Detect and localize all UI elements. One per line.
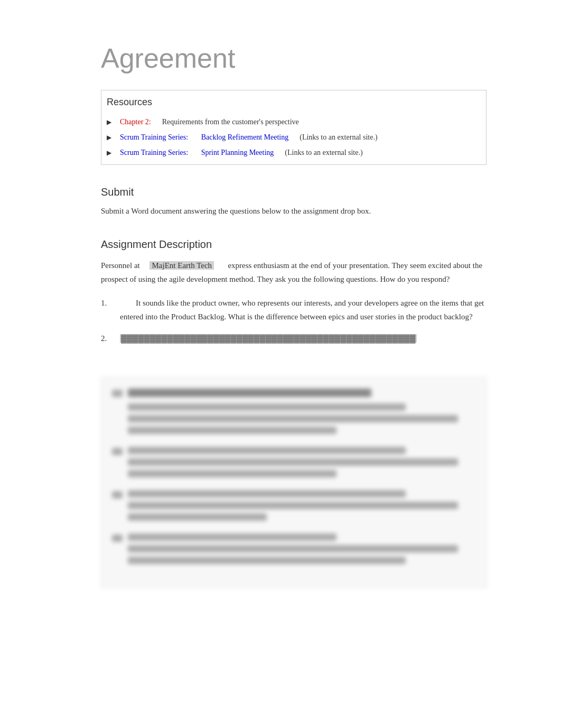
assignment-list: 1. It sounds like the product owner, who… (101, 297, 487, 346)
sprint-planning-link[interactable]: Sprint Planning Meeting (201, 149, 274, 156)
page-title: Agreement (101, 42, 487, 74)
blurred-line-7 (128, 490, 406, 497)
external-site-2: (Links to an external site.) (276, 149, 363, 156)
resource-spacer-1 (190, 133, 200, 141)
bullet-icon-3: ▶ (107, 148, 111, 158)
resource-item-1: ▶ Chapter 2: Requirements from the custo… (107, 116, 478, 127)
blurred-line-4 (128, 447, 406, 454)
list-content-1: It sounds like the product owner, who re… (120, 297, 487, 324)
blurred-row-2 (112, 447, 475, 482)
blurred-block-3 (128, 490, 475, 525)
resource-item-3: ▶ Scrum Training Series: Sprint Planning… (107, 147, 478, 158)
submit-heading: Submit (101, 186, 487, 198)
blurred-row-4 (112, 533, 475, 568)
assignment-heading: Assignment Description (101, 238, 487, 251)
blurred-block-4 (128, 533, 475, 568)
list-item-1: 1. It sounds like the product owner, who… (101, 297, 487, 324)
chapter2-link[interactable]: Chapter 2: (120, 118, 151, 126)
question-1-text: It sounds like the product owner, who re… (120, 299, 484, 321)
blurred-line-1 (128, 403, 406, 411)
blurred-num-3 (112, 491, 123, 499)
resource-item-1-content: Chapter 2: Requirements from the custome… (120, 116, 299, 127)
intro-prefix: Personnel at (101, 261, 140, 270)
blurred-num-4 (112, 535, 123, 542)
blurred-line-3 (128, 427, 336, 434)
backlog-refinement-link[interactable]: Backlog Refinement Meeting (201, 133, 289, 141)
company-name: MajEnt Earth Tech (149, 261, 214, 270)
scrum-training-link-2[interactable]: Scrum Training Series: (120, 149, 188, 156)
blurred-content (101, 377, 487, 588)
assignment-section: Assignment Description Personnel at MajE… (101, 238, 487, 346)
resource-spacer-2 (190, 149, 200, 156)
external-site-1: (Links to an external site.) (291, 133, 378, 141)
blurred-header-line (128, 389, 371, 397)
blurred-line-10 (128, 533, 336, 541)
blurred-line-6 (128, 470, 336, 477)
resource-item-2: ▶ Scrum Training Series: Backlog Refinem… (107, 132, 478, 143)
blurred-line-5 (128, 458, 458, 466)
scrum-training-link-1[interactable]: Scrum Training Series: (120, 133, 188, 141)
list-number-1: 1. (101, 297, 120, 310)
bullet-icon-2: ▶ (107, 133, 111, 142)
blurred-num-2 (112, 448, 123, 455)
submit-section: Submit Submit a Word document answering … (101, 186, 487, 217)
blurred-num-header (112, 390, 123, 397)
assignment-intro: Personnel at MajEnt Earth Tech express e… (101, 259, 487, 286)
blurred-line-11 (128, 545, 458, 552)
blurred-section (101, 377, 487, 588)
list-content-2: ▓▓▓▓▓▓▓▓▓▓▓▓▓▓▓▓▓▓▓▓▓▓▓▓▓▓▓▓▓▓▓▓▓▓▓▓▓▓▓▓… (120, 332, 487, 346)
submit-body: Submit a Word document answering the que… (101, 205, 487, 217)
blurred-block-header (128, 389, 475, 438)
blurred-line-8 (128, 502, 458, 509)
list-item-2: 2. ▓▓▓▓▓▓▓▓▓▓▓▓▓▓▓▓▓▓▓▓▓▓▓▓▓▓▓▓▓▓▓▓▓▓▓▓▓… (101, 332, 487, 346)
blurred-line-12 (128, 557, 406, 564)
list-indent-1 (120, 299, 134, 307)
blurred-row-header (112, 389, 475, 438)
resource-item-3-content: Scrum Training Series: Sprint Planning M… (120, 147, 363, 158)
blurred-line-9 (128, 513, 267, 521)
page-container: Agreement Resources ▶ Chapter 2: Require… (43, 0, 518, 620)
list-number-2: 2. (101, 332, 120, 346)
resource-item-2-content: Scrum Training Series: Backlog Refinemen… (120, 132, 378, 143)
resources-heading: Resources (107, 97, 478, 108)
chapter2-description: Requirements from the customer's perspec… (153, 118, 299, 126)
blurred-line-2 (128, 415, 458, 422)
blurred-block-2 (128, 447, 475, 482)
resources-section: Resources ▶ Chapter 2: Requirements from… (101, 90, 487, 165)
question-2-text: ▓▓▓▓▓▓▓▓▓▓▓▓▓▓▓▓▓▓▓▓▓▓▓▓▓▓▓▓▓▓▓▓▓▓▓▓▓▓▓▓… (120, 334, 417, 343)
bullet-icon-1: ▶ (107, 117, 111, 127)
blurred-row-3 (112, 490, 475, 525)
